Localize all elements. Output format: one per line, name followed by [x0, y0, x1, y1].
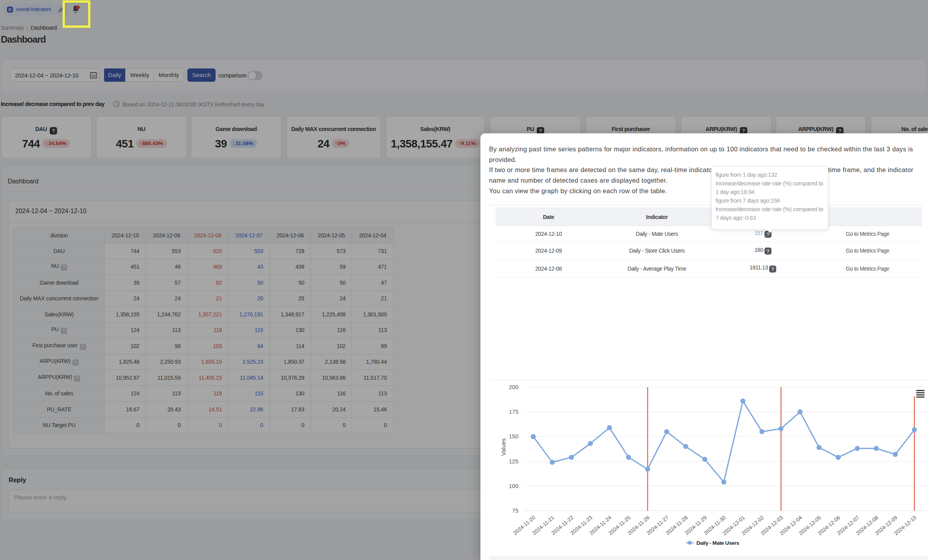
- svg-text:100: 100: [509, 483, 518, 489]
- svg-text:200: 200: [509, 384, 518, 390]
- svg-text:150: 150: [509, 433, 518, 440]
- svg-text:125: 125: [509, 458, 518, 465]
- svg-text:175: 175: [509, 409, 518, 415]
- svg-text:75: 75: [512, 508, 518, 514]
- svg-text:Values: Values: [500, 438, 507, 456]
- svg-text:Daily - Mate Users: Daily - Mate Users: [696, 540, 739, 546]
